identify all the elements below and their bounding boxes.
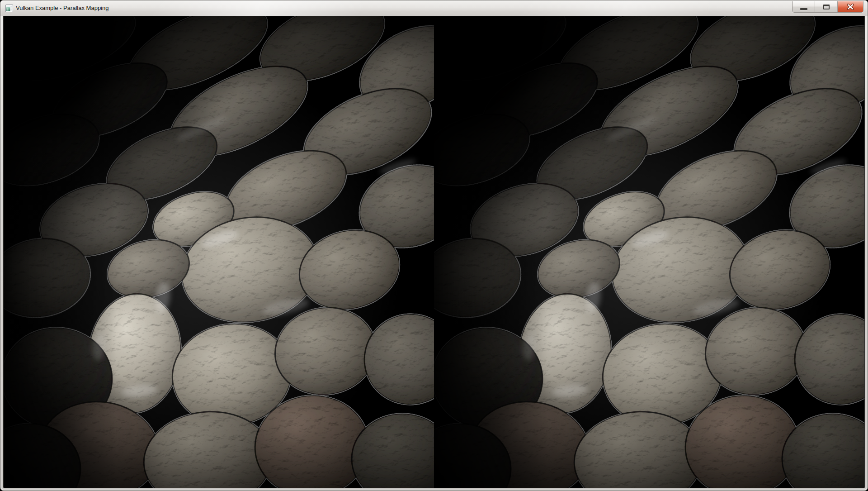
minimize-button[interactable] [793,1,815,12]
window-controls [792,1,863,13]
window-title: Vulkan Example - Parallax Mapping [16,0,108,16]
render-area [4,16,864,488]
close-icon [846,4,854,10]
app-window: Vulkan Example - Parallax Mapping [0,0,868,491]
maximize-button[interactable] [815,1,838,12]
render-view-left[interactable] [4,16,434,488]
application-window-icon[interactable] [5,5,13,12]
titlebar-sheen [0,0,868,16]
render-view-right[interactable] [434,16,864,488]
maximize-icon [823,5,830,10]
stone-wall-render-right [434,16,864,488]
minimize-icon [800,8,807,10]
stone-wall-render-left [4,16,434,488]
titlebar[interactable]: Vulkan Example - Parallax Mapping [0,0,868,16]
close-button[interactable] [838,1,863,12]
